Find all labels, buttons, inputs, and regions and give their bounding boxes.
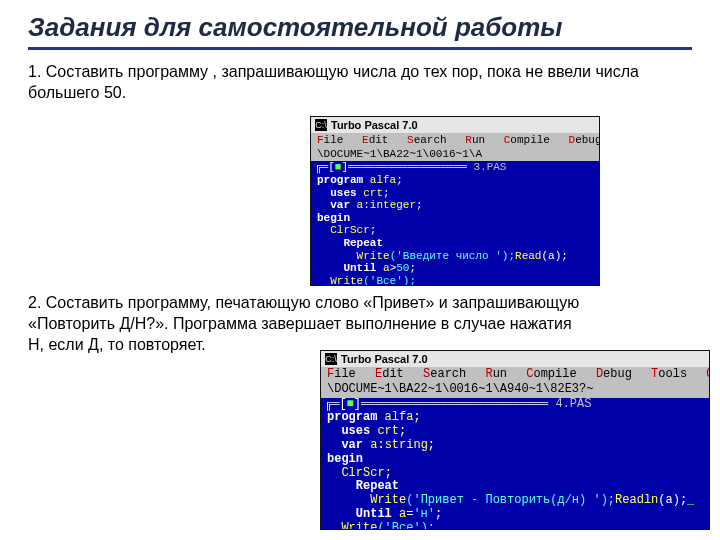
menu-file[interactable]: File (317, 134, 343, 147)
task-1-text: 1. Составить программу , запрашивающую ч… (28, 62, 692, 104)
menu-compile[interactable]: Compile (504, 134, 550, 147)
code-editor-1[interactable]: program alfa; uses crt; var a:integer; b… (315, 174, 595, 286)
menu-tools[interactable]: Tools (651, 368, 687, 382)
menu-search[interactable]: Search (423, 368, 466, 382)
menu-edit[interactable]: Edit (375, 368, 404, 382)
menu-search[interactable]: Search (407, 134, 447, 147)
menu-options[interactable]: Optio (706, 368, 710, 382)
menu-debug[interactable]: Debug (569, 134, 600, 147)
menu-debug[interactable]: Debug (596, 368, 632, 382)
path-bar: \DOCUME~1\BA22~1\0016~1\A940~1\82E3?~ (321, 383, 709, 398)
menubar[interactable]: File Edit Search Run Compile Debug Tools… (321, 367, 709, 383)
path-bar: \DOCUME~1\BA22~1\0016~1\A (311, 148, 599, 162)
menu-file[interactable]: File (327, 368, 356, 382)
menu-run[interactable]: Run (485, 368, 507, 382)
frame-top: ╔═[■]══════════════════ 3.PAS (315, 161, 595, 174)
menubar[interactable]: File Edit Search Run Compile Debug (311, 133, 599, 148)
turbo-pascal-window-2: C:\ Turbo Pascal 7.0 File Edit Search Ru… (320, 350, 710, 530)
window-title: Turbo Pascal 7.0 (331, 119, 418, 132)
menu-compile[interactable]: Compile (526, 368, 576, 382)
task-2-text: 2. Составить программу, печатающую слово… (28, 293, 588, 355)
cmd-icon: C:\ (315, 119, 327, 131)
menu-run[interactable]: Run (465, 134, 485, 147)
menu-edit[interactable]: Edit (362, 134, 388, 147)
page-title: Задания для самостоятельной работы (28, 12, 692, 43)
turbo-pascal-window-1: C:\ Turbo Pascal 7.0 File Edit Search Ru… (310, 116, 600, 286)
titlebar: C:\ Turbo Pascal 7.0 (321, 351, 709, 367)
window-title: Turbo Pascal 7.0 (341, 353, 428, 366)
code-editor-2[interactable]: program alfa; uses crt; var a:string; be… (325, 411, 705, 530)
titlebar: C:\ Turbo Pascal 7.0 (311, 117, 599, 133)
title-underline (28, 47, 692, 50)
frame-top: ╔═[■]══════════════════════════ 4.PAS (325, 398, 705, 412)
cmd-icon: C:\ (325, 353, 337, 365)
